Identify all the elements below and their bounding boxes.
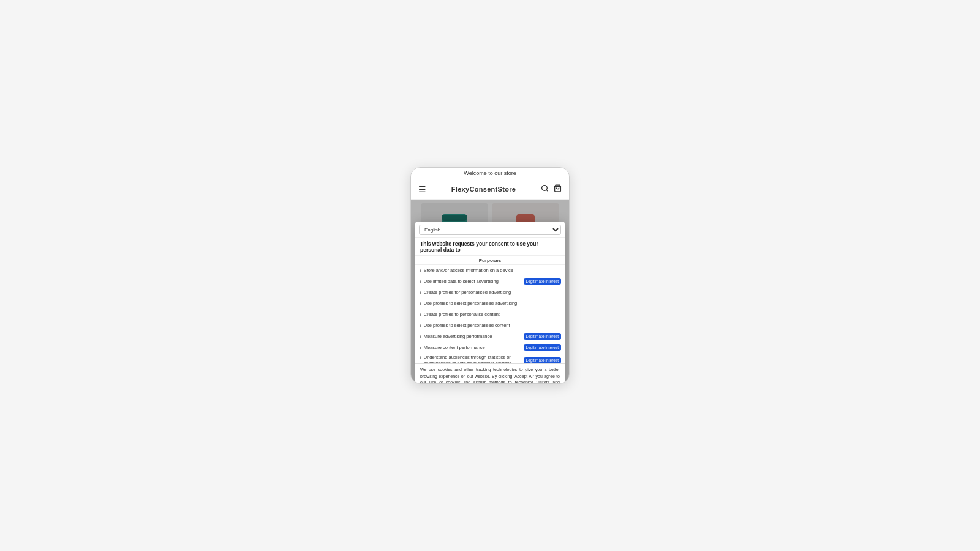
purpose-item-2: + Use limited data to select advertising… (415, 276, 565, 287)
purpose-item-1: + Store and/or access information on a d… (415, 265, 565, 276)
announcement-bar: Welcome to our store (411, 168, 569, 179)
purpose-text-8: Measure content performance (424, 345, 485, 351)
purpose-text-3: Create profiles for personalised adverti… (424, 290, 511, 296)
consent-description: We use cookies and other tracking techno… (415, 364, 565, 384)
consent-header: This website requests your consent to us… (415, 238, 565, 256)
purpose-text-5: Create profiles to personalise content (424, 312, 500, 318)
legit-interest-btn-2[interactable]: Legitimate Interest (524, 278, 561, 285)
purpose-expand-5[interactable]: + (419, 312, 422, 318)
purpose-item-4: + Use profiles to select personalised ad… (415, 298, 565, 309)
purpose-item-9: + Understand audiences through statistic… (415, 353, 565, 363)
svg-point-0 (542, 186, 548, 191)
purposes-list[interactable]: + Store and/or access information on a d… (415, 265, 565, 363)
purpose-text-7: Measure advertising performance (424, 334, 492, 340)
store-name: FlexyConsentStore (451, 186, 516, 193)
store-header: ☰ FlexyConsentStore (411, 179, 569, 200)
purpose-text-4: Use profiles to select personalised adve… (424, 301, 518, 307)
purpose-item-8: + Measure content performance Legitimate… (415, 342, 565, 353)
cookie-consent-modal: English French German Spanish This websi… (415, 222, 565, 384)
legit-interest-btn-7[interactable]: Legitimate Interest (524, 333, 561, 340)
purpose-expand-9[interactable]: + (419, 355, 422, 361)
purposes-title: Purposes (415, 256, 565, 265)
page-content: Example product title £19.99 GBP Example… (411, 200, 569, 383)
purpose-text-6: Use profiles to select personalised cont… (424, 323, 510, 329)
purpose-item-5: + Create profiles to personalise content (415, 309, 565, 320)
purpose-text-2: Use limited data to select advertising (424, 279, 499, 285)
purpose-expand-2[interactable]: + (419, 279, 422, 285)
hamburger-icon[interactable]: ☰ (418, 184, 426, 194)
purpose-expand-8[interactable]: + (419, 345, 422, 351)
announcement-text: Welcome to our store (464, 170, 516, 176)
purpose-item-6: + Use profiles to select personalised co… (415, 320, 565, 331)
purpose-text-1: Store and/or access information on a dev… (424, 268, 513, 274)
search-icon[interactable] (541, 184, 549, 194)
legit-interest-btn-9[interactable]: Legitimate Interest (524, 357, 561, 363)
purpose-expand-1[interactable]: + (419, 268, 422, 274)
language-select-wrapper: English French German Spanish (415, 222, 565, 238)
purpose-item-3: + Create profiles for personalised adver… (415, 287, 565, 298)
purpose-text-9: Understand audiences through statistics … (424, 354, 521, 363)
purpose-expand-7[interactable]: + (419, 334, 422, 340)
header-icons (541, 184, 562, 194)
cart-icon[interactable] (554, 184, 562, 194)
purposes-section: Purposes + Store and/or access informati… (415, 256, 565, 364)
purpose-expand-4[interactable]: + (419, 301, 422, 307)
legit-interest-btn-8[interactable]: Legitimate Interest (524, 344, 561, 351)
purpose-expand-3[interactable]: + (419, 290, 422, 296)
language-select[interactable]: English French German Spanish (419, 225, 561, 235)
svg-line-1 (546, 190, 548, 191)
purpose-expand-6[interactable]: + (419, 323, 422, 329)
purpose-item-7: + Measure advertising performance Legiti… (415, 331, 565, 342)
phone-frame: Welcome to our store ☰ FlexyConsentStore… (410, 167, 570, 384)
modal-overlay: English French German Spanish This websi… (411, 200, 569, 383)
